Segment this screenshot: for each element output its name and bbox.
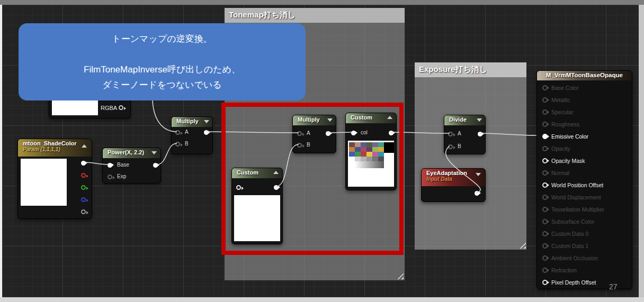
material-pin-subsurface-color[interactable]: Subsurface Color: [542, 218, 630, 225]
node-eye-adaptation[interactable]: EyeAdaptation Input Data: [421, 168, 486, 202]
node-material-result[interactable]: M_VrmMToonBaseOpaque Base ColorMetallicS…: [536, 70, 632, 289]
callout-line: FilmToneMapInverse呼び出しのため、: [19, 62, 306, 77]
node-mtoon-shadecolor[interactable]: mtoon_ShadeColor Param (1,1,1,1): [17, 139, 92, 219]
mtoon-output-pin-4[interactable]: [81, 209, 86, 214]
pin-icon[interactable]: [542, 122, 548, 127]
material-pin-world-displacement[interactable]: World Displacement: [542, 194, 630, 201]
pin-icon[interactable]: [542, 280, 548, 285]
comment-exposure-header[interactable]: Exposure打ち消し: [415, 62, 526, 77]
mtoon-output-pin-1[interactable]: [81, 173, 86, 178]
pin-label: Base Color: [551, 85, 579, 91]
material-pin-ambient-occlusion[interactable]: Ambient Occlusion: [542, 254, 630, 262]
material-pin-custom-data-0[interactable]: Custom Data 0: [542, 230, 630, 237]
slide: Tonemap打ち消し Exposure打ち消し RGBA mtoon_Shad…: [0, 0, 644, 302]
pin-icon[interactable]: [542, 182, 548, 188]
collapse-arrow-icon[interactable]: [151, 151, 157, 154]
pin-icon[interactable]: [542, 146, 548, 151]
material-pin-normal[interactable]: Normal: [542, 169, 630, 177]
collapse-arrow-icon[interactable]: [476, 173, 481, 176]
pin-icon[interactable]: [542, 109, 548, 115]
material-pin-metallic[interactable]: Metallic: [542, 96, 630, 104]
mtoon-output-pin-2[interactable]: [81, 185, 86, 190]
pin-label: Opacity: [551, 145, 570, 152]
node-divide[interactable]: Divide A B: [444, 115, 486, 154]
multiply1-output-pin[interactable]: [204, 130, 209, 135]
divide-a-pin[interactable]: [448, 132, 453, 136]
collapse-arrow-icon[interactable]: [82, 144, 87, 148]
divide-a-label: A: [458, 131, 461, 136]
collapse-arrow-icon[interactable]: [477, 118, 482, 122]
node-title: Multiply: [176, 118, 199, 124]
material-pin-emissive-color[interactable]: Emissive Color: [542, 133, 630, 140]
material-pin-base-color[interactable]: Base Color: [542, 84, 630, 91]
callout-line: [19, 47, 306, 62]
pin-icon[interactable]: [542, 255, 548, 261]
texture-preview: [52, 99, 98, 115]
material-pin-refraction[interactable]: Refraction: [542, 267, 630, 274]
node-divide-header[interactable]: Divide: [444, 115, 485, 125]
node-multiply1-header[interactable]: Multiply: [172, 117, 212, 127]
material-pin-opacity-mask[interactable]: Opacity Mask: [542, 157, 630, 164]
node-power-header[interactable]: Power(X, 2.2): [103, 148, 160, 158]
rgba-output-pin[interactable]: [119, 105, 123, 110]
multiply1-b-label: B: [185, 141, 189, 147]
page-number: 27: [609, 282, 618, 291]
eye-output-pin[interactable]: [475, 191, 479, 196]
node-power[interactable]: Power(X, 2.2) Base Exp: [102, 148, 161, 184]
pin-icon[interactable]: [542, 231, 548, 236]
material-pin-tessellation-multiplier[interactable]: Tessellation Multiplier: [542, 206, 630, 213]
red-highlight-rectangle: [221, 103, 404, 255]
mtoon-output-pin-0[interactable]: [81, 161, 86, 166]
node-texture-sample[interactable]: RGBA: [49, 97, 131, 118]
divide-b-label: B: [458, 143, 461, 149]
pin-label: Metallic: [551, 97, 570, 104]
material-pin-opacity[interactable]: Opacity: [542, 145, 630, 152]
pin-icon[interactable]: [542, 97, 548, 103]
divide-b-pin[interactable]: [448, 144, 453, 149]
divide-output-pin[interactable]: [478, 132, 482, 136]
comment-exposure-body[interactable]: [415, 77, 526, 250]
pin-label: Subsurface Color: [551, 218, 594, 225]
node-eye-header[interactable]: EyeAdaptation Input Data: [422, 169, 485, 186]
slide-top-border: [0, 0, 644, 5]
power-exp-pin[interactable]: [108, 175, 112, 179]
node-title: Divide: [449, 116, 467, 123]
slide-right-border: [639, 5, 644, 297]
multiply1-b-pin[interactable]: [175, 142, 180, 147]
pin-label: Normal: [551, 170, 569, 177]
pin-label: Ambient Occlusion: [551, 255, 598, 262]
power-base-label: Base: [117, 162, 129, 168]
multiply1-a-pin[interactable]: [175, 130, 180, 135]
material-node-header[interactable]: M_VrmMToonBaseOpaque: [537, 71, 632, 80]
pin-label: Refraction: [551, 267, 577, 274]
node-mtoon-header[interactable]: mtoon_ShadeColor Param (1,1,1,1): [18, 139, 92, 157]
comment-tonemap-header[interactable]: Tonemap打ち消し: [225, 8, 405, 23]
collapse-arrow-icon[interactable]: [204, 120, 209, 123]
pin-icon[interactable]: [542, 195, 548, 200]
param-color-preview: [21, 159, 67, 206]
pin-icon[interactable]: [542, 85, 548, 90]
power-base-pin[interactable]: [108, 163, 112, 168]
material-pin-world-position-offset[interactable]: World Position Offset: [542, 181, 630, 189]
material-pin-custom-data-1[interactable]: Custom Data 1: [542, 242, 630, 250]
pin-label: Pixel Depth Offset: [551, 279, 596, 286]
multiply1-a-label: A: [185, 129, 189, 135]
pin-icon[interactable]: [542, 158, 548, 163]
power-output-pin[interactable]: [153, 163, 158, 168]
pin-icon[interactable]: [542, 170, 548, 176]
material-pin-specular[interactable]: Specular: [542, 108, 630, 116]
pin-label: Tessellation Multiplier: [551, 206, 604, 213]
power-exp-label: Exp: [117, 173, 126, 179]
material-pin-roughness[interactable]: Roughness: [542, 121, 630, 128]
mtoon-output-pin-3[interactable]: [81, 197, 86, 202]
pin-icon[interactable]: [542, 207, 548, 212]
pin-icon[interactable]: [542, 268, 548, 273]
pin-icon[interactable]: [542, 219, 548, 224]
pin-icon[interactable]: [542, 243, 548, 249]
pin-label: World Position Offset: [551, 182, 603, 189]
node-title: Power(X, 2.2): [108, 149, 144, 155]
pin-label: Specular: [551, 109, 573, 116]
pin-label: Roughness: [551, 121, 579, 128]
node-multiply-1[interactable]: Multiply A B: [171, 116, 213, 154]
pin-icon[interactable]: [542, 134, 548, 139]
